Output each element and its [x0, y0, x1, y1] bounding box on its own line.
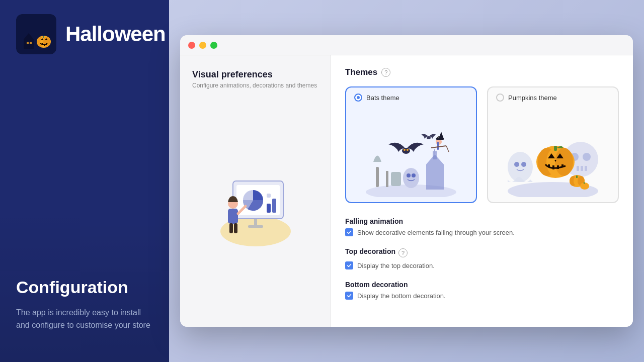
sidebar-header: Halloween [0, 0, 169, 68]
panel-subtitle: Configure animations, decorations and th… [192, 82, 318, 89]
sidebar: Halloween Configuration The app is incre… [0, 0, 169, 362]
svg-point-46 [407, 149, 409, 151]
config-desc: The app is incredibly easy to install an… [16, 306, 153, 332]
pumpkins-theme-name: Pumpkins theme [508, 94, 557, 102]
pumpkins-theme-image [488, 107, 618, 202]
bats-radio[interactable] [354, 94, 362, 102]
svg-rect-13 [42, 43, 43, 45]
themes-label: Themes [345, 67, 377, 77]
svg-rect-52 [436, 138, 444, 140]
svg-rect-63 [585, 166, 587, 171]
svg-point-38 [412, 173, 416, 177]
falling-animation-checkbox-row: Show decorative elements falling through… [345, 228, 619, 236]
svg-rect-62 [581, 166, 583, 171]
svg-rect-75 [561, 164, 564, 167]
svg-point-45 [404, 149, 406, 151]
bottom-decoration-label: Display the bottom decoration. [357, 292, 446, 300]
mac-content: Visual preferences Configure animations,… [180, 55, 633, 327]
minimize-button[interactable] [199, 42, 206, 49]
svg-point-56 [514, 162, 519, 167]
bottom-decoration-section: Bottom decoration Display the bottom dec… [345, 281, 619, 300]
svg-rect-25 [248, 225, 263, 228]
svg-rect-68 [554, 146, 557, 151]
top-decoration-header: Top decoration ? [345, 247, 619, 258]
left-panel: Visual preferences Configure animations,… [180, 55, 331, 327]
pumpkins-theme-card[interactable]: Pumpkins theme [487, 86, 619, 203]
falling-animation-checkbox[interactable] [345, 228, 353, 236]
svg-rect-74 [557, 165, 559, 169]
svg-rect-10 [43, 36, 44, 38]
svg-rect-29 [229, 223, 233, 233]
pumpkins-theme-header: Pumpkins theme [488, 87, 618, 107]
sidebar-bottom: Configuration The app is incredibly easy… [16, 278, 153, 332]
svg-rect-24 [254, 219, 257, 226]
svg-rect-33 [376, 167, 379, 187]
bats-theme-header: Bats theme [346, 87, 476, 107]
mac-titlebar [180, 35, 633, 55]
svg-rect-22 [272, 199, 276, 213]
svg-rect-34 [386, 171, 388, 187]
top-decoration-checkbox[interactable] [345, 261, 353, 269]
pumpkins-radio[interactable] [496, 94, 504, 102]
svg-point-81 [580, 183, 589, 190]
top-decoration-help-icon[interactable]: ? [398, 248, 408, 257]
bottom-decoration-checkbox[interactable] [345, 292, 353, 300]
svg-rect-4 [27, 42, 29, 44]
top-decoration-label: Display the top decoration. [357, 262, 435, 269]
bottom-decoration-title: Bottom decoration [345, 281, 619, 289]
svg-rect-1 [16, 14, 56, 54]
svg-rect-82 [584, 182, 585, 184]
falling-animation-label: Show decorative elements falling through… [357, 229, 515, 236]
svg-rect-27 [228, 209, 238, 224]
svg-point-37 [407, 173, 411, 177]
svg-rect-49 [437, 142, 439, 150]
svg-rect-73 [552, 165, 554, 169]
svg-rect-14 [44, 44, 45, 46]
top-decoration-title: Top decoration [345, 247, 395, 255]
main-area: Visual preferences Configure animations,… [169, 0, 644, 362]
svg-rect-21 [267, 204, 271, 213]
falling-animation-title: Falling animation [345, 217, 619, 225]
maximize-button[interactable] [210, 42, 217, 49]
svg-point-67 [555, 148, 573, 176]
svg-rect-80 [576, 175, 578, 178]
svg-rect-39 [426, 164, 444, 190]
svg-point-60 [583, 153, 591, 161]
config-title: Configuration [16, 278, 153, 297]
svg-point-44 [402, 148, 410, 154]
top-decoration-section: Top decoration ? Display the top decorat… [345, 247, 619, 269]
svg-point-36 [403, 168, 419, 188]
svg-rect-5 [30, 42, 32, 44]
svg-rect-30 [234, 223, 237, 233]
svg-point-47 [427, 136, 431, 139]
svg-rect-43 [433, 151, 437, 152]
panel-title: Visual preferences [192, 69, 318, 80]
themes-grid: Bats theme [345, 86, 619, 203]
right-panel: Themes ? Bats theme [331, 55, 633, 327]
themes-help-icon[interactable]: ? [381, 68, 390, 77]
bottom-decoration-checkbox-row: Display the bottom decoration. [345, 292, 619, 300]
bats-theme-name: Bats theme [366, 94, 399, 102]
svg-point-57 [521, 162, 526, 167]
mac-window: Visual preferences Configure animations,… [180, 35, 633, 327]
bats-theme-card[interactable]: Bats theme [345, 86, 477, 203]
themes-header: Themes ? [345, 67, 619, 77]
top-decoration-checkbox-row: Display the top decoration. [345, 261, 619, 269]
illustration [192, 99, 318, 313]
svg-rect-72 [548, 164, 550, 167]
svg-rect-15 [46, 43, 47, 45]
bats-theme-image [346, 107, 476, 202]
close-button[interactable] [188, 42, 195, 49]
svg-rect-23 [267, 194, 271, 198]
svg-rect-61 [577, 166, 579, 171]
sidebar-title: Halloween [65, 22, 166, 46]
falling-animation-section: Falling animation Show decorative elemen… [345, 217, 619, 236]
sidebar-logo [16, 14, 56, 54]
